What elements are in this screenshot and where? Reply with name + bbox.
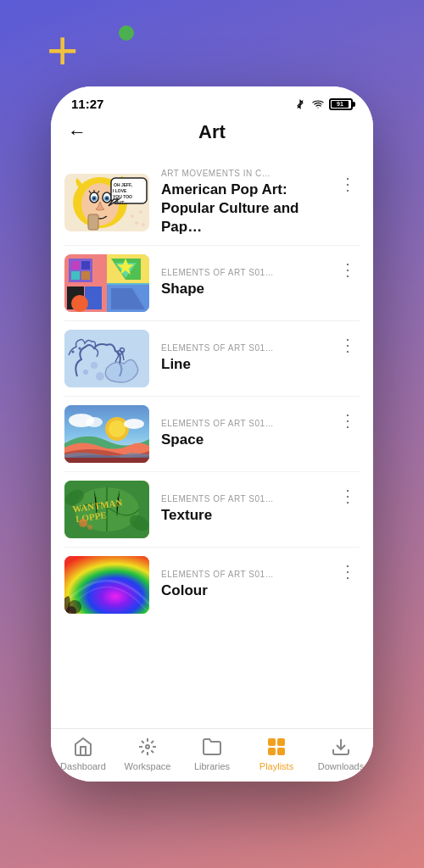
plus-icon: + (47, 24, 78, 78)
item-series: ELEMENTS OF ART S01… (161, 419, 324, 428)
playlist-item[interactable]: WANTMAN LOPPE ELEMENTS OF ART S01… Textu… (51, 472, 373, 547)
item-info: ELEMENTS OF ART S01… Line (161, 343, 324, 374)
svg-point-49 (109, 420, 126, 437)
app-header: ← Art (51, 114, 373, 155)
libraries-icon (201, 736, 223, 758)
item-series: ART MOVEMENTS IN C… (161, 169, 324, 178)
item-title: Texture (161, 506, 324, 525)
thumbnail (64, 556, 149, 614)
item-menu-button[interactable]: ⋮ (336, 482, 360, 509)
back-button[interactable]: ← (68, 121, 86, 143)
item-series: ELEMENTS OF ART S01… (161, 570, 324, 579)
nav-label-libraries: Libraries (194, 761, 230, 771)
thumbnail: OH JEFF, I LOVE YOU TOO BUT... (64, 174, 149, 231)
svg-point-19 (139, 210, 142, 214)
svg-point-64 (146, 745, 149, 748)
battery-level: 91 (337, 101, 343, 107)
playlist-item[interactable]: ELEMENTS OF ART S01… Line ⋮ (51, 321, 373, 396)
svg-rect-39 (64, 330, 149, 387)
downloads-icon (330, 736, 352, 758)
svg-rect-17 (88, 214, 98, 230)
status-bar: 11:27 91 (51, 86, 373, 114)
plus-decoration: + (47, 24, 78, 78)
item-info: ELEMENTS OF ART S01… Colour (161, 570, 324, 600)
svg-text:OH JEFF,: OH JEFF, (114, 182, 133, 187)
svg-point-38 (71, 295, 88, 312)
item-info: ART MOVEMENTS IN C… American Pop Art: Po… (161, 169, 324, 236)
item-title: American Pop Art: Popular Culture and Pa… (161, 181, 324, 236)
svg-point-44 (83, 370, 88, 375)
nav-item-dashboard[interactable]: Dashboard (58, 736, 109, 771)
battery-icon: 91 (329, 98, 353, 110)
wifi-icon (311, 98, 325, 110)
item-title: Shape (161, 280, 324, 298)
page-title: Art (198, 121, 226, 143)
svg-text:YOU TOO: YOU TOO (113, 194, 132, 199)
nav-label-downloads: Downloads (318, 761, 364, 771)
status-icons: 91 (293, 98, 353, 110)
item-title: Line (161, 355, 324, 374)
phone-frame: 11:27 91 ← Art (51, 86, 373, 782)
svg-rect-66 (278, 739, 284, 745)
svg-point-51 (86, 417, 103, 427)
item-menu-button[interactable]: ⋮ (336, 170, 360, 198)
item-series: ELEMENTS OF ART S01… (161, 343, 324, 353)
playlist-item[interactable]: ELEMENTS OF ART S01… Space ⋮ (51, 397, 373, 471)
dashboard-icon (72, 736, 94, 758)
svg-point-20 (135, 221, 138, 225)
svg-point-46 (96, 372, 104, 381)
svg-point-41 (79, 348, 81, 350)
item-info: ELEMENTS OF ART S01… Space (161, 419, 324, 449)
svg-point-5 (93, 198, 96, 200)
nav-label-workspace: Workspace (125, 761, 171, 771)
svg-rect-28 (81, 261, 90, 270)
bluetooth-icon (293, 98, 307, 110)
playlists-icon (265, 736, 287, 758)
playlist-content: OH JEFF, I LOVE YOU TOO BUT... ART MOVEM… (51, 155, 373, 728)
status-time: 11:27 (71, 97, 103, 111)
svg-text:I LOVE: I LOVE (113, 188, 127, 193)
green-dot (119, 25, 134, 41)
thumbnail (64, 330, 149, 387)
item-title: Colour (161, 581, 324, 600)
item-info: ELEMENTS OF ART S01… Shape (161, 268, 324, 298)
item-series: ELEMENTS OF ART S01… (161, 268, 324, 277)
svg-point-21 (142, 223, 145, 226)
nav-label-dashboard: Dashboard (60, 761, 106, 771)
svg-point-40 (72, 351, 75, 353)
playlist-item[interactable]: OH JEFF, I LOVE YOU TOO BUT... ART MOVEM… (51, 160, 373, 245)
svg-rect-29 (71, 271, 80, 280)
thumbnail: WANTMAN LOPPE (64, 481, 149, 538)
item-menu-button[interactable]: ⋮ (336, 558, 360, 585)
item-menu-button[interactable]: ⋮ (336, 256, 360, 283)
svg-rect-65 (269, 739, 275, 745)
svg-point-8 (106, 198, 109, 200)
workspace-icon (137, 736, 159, 758)
svg-rect-30 (81, 271, 90, 280)
nav-item-workspace[interactable]: Workspace (122, 736, 173, 771)
item-title: Space (161, 431, 324, 449)
nav-label-playlists: Playlists (259, 761, 293, 771)
svg-rect-67 (269, 748, 275, 754)
item-info: ELEMENTS OF ART S01… Texture (161, 494, 324, 525)
nav-item-playlists[interactable]: Playlists (251, 736, 302, 771)
playlist-item[interactable]: ELEMENTS OF ART S01… Shape ⋮ (51, 246, 373, 320)
thumbnail (64, 405, 149, 463)
nav-item-downloads[interactable]: Downloads (315, 736, 366, 771)
item-menu-button[interactable]: ⋮ (336, 331, 360, 359)
svg-point-52 (124, 419, 144, 429)
playlist-item[interactable]: ELEMENTS OF ART S01… Colour ⋮ (51, 548, 373, 622)
svg-point-45 (91, 362, 98, 369)
svg-point-18 (131, 214, 134, 218)
svg-point-59 (79, 519, 87, 527)
nav-item-libraries[interactable]: Libraries (187, 736, 237, 771)
item-series: ELEMENTS OF ART S01… (161, 494, 324, 504)
svg-rect-68 (278, 748, 284, 754)
item-menu-button[interactable]: ⋮ (336, 407, 360, 434)
svg-point-60 (87, 525, 92, 530)
svg-rect-27 (71, 261, 80, 270)
thumbnail (64, 254, 149, 312)
svg-text:BUT...: BUT... (115, 200, 128, 205)
bottom-navigation: Dashboard Workspace Libraries (51, 728, 373, 782)
